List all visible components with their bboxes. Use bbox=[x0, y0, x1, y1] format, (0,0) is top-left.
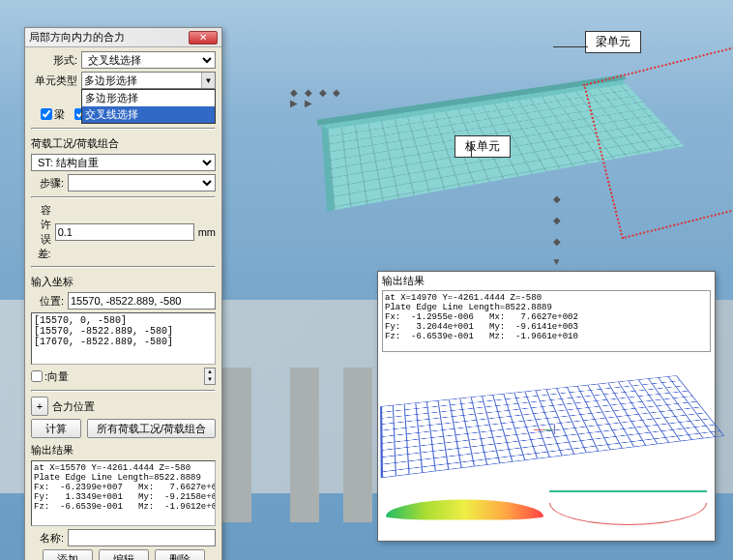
tolerance-input[interactable] bbox=[55, 223, 194, 241]
name-input[interactable] bbox=[68, 529, 216, 546]
form-label: 形式: bbox=[31, 53, 77, 68]
plus-button[interactable]: + bbox=[31, 397, 48, 416]
background-pillar bbox=[343, 368, 372, 522]
unit-type-dropdown-list[interactable]: 多边形选择 交叉线选择 bbox=[81, 89, 216, 124]
arrow-indicator-horizontal: ◆ ◆ ◆ ◆ ▶ ▶ bbox=[290, 87, 348, 108]
loadcase-select[interactable]: ST: 结构自重 bbox=[31, 154, 216, 171]
dialog-titlebar[interactable]: 局部方向内力的合力 ✕ bbox=[25, 28, 221, 47]
panel-output-text[interactable]: at X=14970 Y=-4261.4444 Z=-580 Plate Edg… bbox=[382, 290, 711, 352]
tolerance-label: 容许误差: bbox=[31, 203, 51, 261]
loadcase-group-label: 荷载工况/荷载组合 bbox=[31, 136, 216, 151]
dropdown-option-selected[interactable]: 交叉线选择 bbox=[82, 106, 215, 123]
unit-type-select[interactable]: 多边形选择 ▼ 多边形选择 交叉线选择 bbox=[81, 72, 216, 89]
callout-beam-element: 梁单元 bbox=[585, 31, 641, 53]
reverse-label: :向量 bbox=[44, 369, 69, 384]
background-pillar bbox=[290, 368, 319, 522]
background-pillar bbox=[222, 368, 251, 522]
axes-gizmo: ——| bbox=[534, 424, 556, 434]
mesh-wireframe-view[interactable]: ——| bbox=[384, 358, 709, 484]
callout-plate-element: 板单元 bbox=[454, 135, 511, 158]
coords-label: 输入坐标 bbox=[31, 275, 216, 289]
coord-list-box[interactable]: [15570, 0, -580] [15570, -8522.889, -580… bbox=[31, 312, 216, 365]
close-icon[interactable]: ✕ bbox=[189, 31, 218, 44]
edit-button[interactable]: 编辑 bbox=[99, 549, 149, 560]
dropdown-option[interactable]: 多边形选择 bbox=[82, 90, 215, 106]
checkbox-beam-label: 梁 bbox=[54, 107, 65, 122]
output-results-label: 输出结果 bbox=[31, 443, 216, 457]
unit-type-label: 单元类型 bbox=[31, 74, 77, 88]
dialog-title: 局部方向内力的合力 bbox=[29, 30, 189, 44]
position-input[interactable] bbox=[68, 292, 216, 309]
panel-title: 输出结果 bbox=[378, 272, 715, 290]
callout-line bbox=[471, 141, 472, 157]
output-results-textbox[interactable]: at X=15570 Y=-4261.4444 Z=-580 Plate Edg… bbox=[31, 460, 216, 526]
delete-button[interactable]: 删除 bbox=[155, 549, 205, 560]
position-label: 位置: bbox=[31, 294, 64, 309]
chevron-down-icon[interactable]: ▼ bbox=[201, 73, 215, 88]
resultant-position-label: 合力位置 bbox=[52, 399, 95, 414]
step-label: 步骤: bbox=[31, 176, 64, 191]
spin-control[interactable]: ▲▼ bbox=[204, 368, 216, 385]
all-loadcases-button[interactable]: 所有荷载工况/荷载组合 bbox=[87, 419, 216, 438]
name-label: 名称: bbox=[31, 531, 64, 545]
resultant-force-dialog: 局部方向内力的合力 ✕ 形式: 交叉线选择 单元类型 多边形选择 ▼ 多边形选择… bbox=[24, 27, 222, 560]
add-button[interactable]: 添加 bbox=[43, 549, 93, 560]
tolerance-unit: mm bbox=[198, 226, 216, 238]
deformation-thumbnail[interactable] bbox=[386, 489, 543, 530]
checkbox-beam[interactable]: 梁 bbox=[41, 107, 65, 122]
arch-diagram-thumbnail[interactable] bbox=[549, 489, 707, 530]
unit-type-value: 多边形选择 bbox=[84, 74, 137, 88]
output-panel: 输出结果 at X=14970 Y=-4261.4444 Z=-580 Plat… bbox=[377, 271, 716, 542]
form-select[interactable]: 交叉线选择 bbox=[81, 51, 216, 69]
selection-frame bbox=[583, 37, 733, 240]
step-select[interactable] bbox=[68, 174, 216, 192]
calculate-button[interactable]: 计算 bbox=[31, 419, 81, 438]
checkbox-reverse[interactable]: :向量 bbox=[31, 369, 69, 384]
callout-line bbox=[553, 46, 588, 47]
